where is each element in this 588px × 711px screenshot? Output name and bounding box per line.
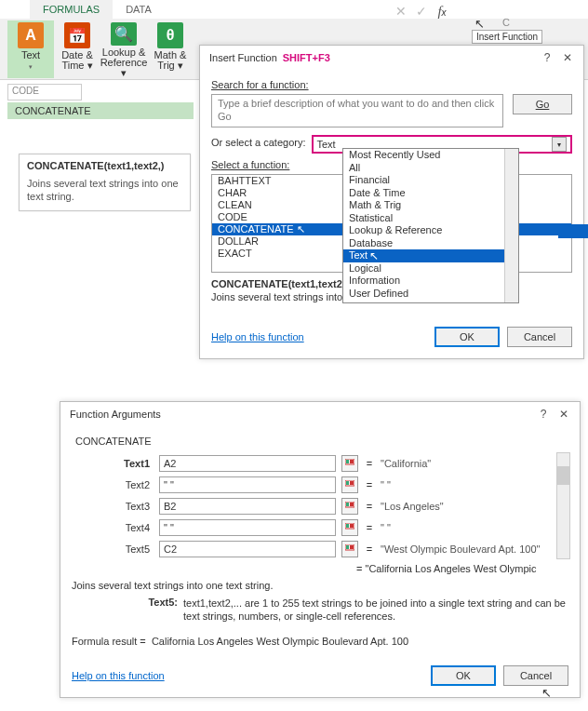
selection-bar	[558, 224, 588, 238]
range-picker-button[interactable]	[341, 498, 358, 515]
ribbon-date-sub: Time ▾	[61, 60, 92, 71]
argument-row: Text5="West Olympic Boulevard Apt. 100"	[72, 538, 568, 559]
category-item[interactable]: Information	[343, 275, 518, 288]
ribbon-text-label: Text	[21, 49, 40, 60]
arg-label: Text4	[72, 522, 154, 533]
ribbon-datetime-button[interactable]: 📅 Date &Time ▾	[54, 20, 100, 78]
ok-button[interactable]: OK	[431, 665, 496, 686]
cancel-button[interactable]: Cancel	[507, 327, 572, 347]
function-arguments-dialog: Function Arguments ? ✕ CONCATENATE Text1…	[60, 401, 581, 698]
range-picker-button[interactable]	[341, 476, 358, 493]
category-dropdown: Most Recently UsedAllFinancialDate & Tim…	[342, 148, 519, 303]
category-label: Or select a category:	[211, 137, 306, 148]
function-dropdown: CONCATENATE	[7, 102, 194, 119]
category-item[interactable]: Text↖	[343, 249, 518, 262]
name-box[interactable]: CODE	[7, 84, 82, 101]
range-picker-button[interactable]	[341, 519, 358, 536]
arg-input[interactable]	[159, 498, 336, 515]
category-item[interactable]: User Defined	[343, 288, 518, 301]
formula-bar: ✕ ✓ fx	[391, 0, 452, 22]
ribbon-lookup-button[interactable]: 🔍 Lookup &Reference ▾	[100, 20, 147, 78]
category-item[interactable]: Financial	[343, 174, 518, 187]
arg-label: Text3	[72, 501, 154, 512]
search-label: Search for a function:	[211, 79, 572, 90]
dialog-title: Function Arguments	[70, 409, 161, 420]
svg-rect-1	[346, 460, 349, 463]
arg-label: Text5	[72, 543, 154, 555]
category-item[interactable]: Lookup & Reference	[343, 224, 518, 237]
category-item[interactable]: Most Recently Used	[343, 149, 518, 162]
svg-rect-14	[350, 545, 354, 549]
arg-input[interactable]	[159, 519, 336, 536]
arg-result: "Los Angeles"	[381, 501, 444, 512]
insert-function-dialog: Insert Function SHIFT+F3 ? ✕ Search for …	[199, 45, 584, 359]
help-link[interactable]: Help on this function	[72, 670, 165, 681]
dropdown-item-concatenate[interactable]: CONCATENATE	[7, 102, 194, 119]
range-picker-button[interactable]	[341, 541, 358, 557]
svg-rect-13	[346, 545, 349, 549]
category-item[interactable]: Date & Time	[343, 187, 518, 200]
category-item[interactable]: Statistical	[343, 212, 518, 225]
go-button[interactable]: Go	[513, 94, 572, 114]
function-tooltip: CONCATENATE(text1,text2,) Joins several …	[19, 154, 191, 211]
help-icon[interactable]: ?	[537, 51, 557, 64]
argument-row: Text1="California"	[72, 452, 568, 474]
arg-input[interactable]	[159, 455, 336, 472]
ribbon-tabs: FORMULAS DATA	[0, 0, 588, 19]
function-description: Joins several text strings into one text…	[72, 580, 568, 591]
insert-function-tooltip: Insert Function	[472, 30, 542, 44]
help-icon[interactable]: ?	[533, 408, 554, 421]
svg-rect-10	[346, 524, 349, 528]
arg-label: Text2	[72, 479, 154, 490]
accept-formula-icon[interactable]: ✓	[411, 2, 432, 20]
category-value: Text	[317, 139, 336, 150]
function-tooltip-sig: CONCATENATE(text1,text2,)	[20, 154, 190, 177]
arg-result: "California"	[381, 458, 431, 469]
combined-result: "California Los Angeles West Olympic	[356, 563, 568, 574]
calendar-icon: 📅	[64, 22, 90, 48]
function-tooltip-desc: Joins several text strings into one text…	[20, 177, 190, 210]
cell-column-letter: C	[502, 17, 510, 28]
svg-rect-5	[350, 481, 354, 485]
help-link[interactable]: Help on this function	[211, 331, 304, 342]
arg-input[interactable]	[159, 476, 336, 493]
cancel-formula-icon[interactable]: ✕	[391, 2, 411, 20]
close-icon[interactable]: ✕	[557, 51, 578, 64]
lookup-icon: 🔍	[111, 22, 137, 46]
tab-data[interactable]: DATA	[113, 0, 165, 19]
equals-icon: =	[364, 543, 375, 555]
category-item[interactable]: Math & Trig	[343, 199, 518, 212]
ribbon-text-button[interactable]: A Text▾	[7, 20, 54, 78]
shortcut-label: SHIFT+F3	[283, 52, 330, 63]
cursor-icon: ↖	[541, 686, 552, 700]
chevron-down-icon: ▾	[552, 137, 567, 152]
ok-button[interactable]: OK	[434, 327, 500, 347]
tab-formulas[interactable]: FORMULAS	[30, 0, 113, 19]
category-item[interactable]: Logical	[343, 262, 518, 275]
svg-rect-4	[346, 481, 349, 485]
category-item[interactable]: Database	[343, 237, 518, 250]
arg-detail-label: Text5:	[72, 597, 183, 623]
range-picker-button[interactable]	[341, 455, 358, 472]
argument-row: Text4=" "	[72, 516, 568, 538]
close-icon[interactable]: ✕	[554, 408, 574, 421]
cursor-icon: ↖	[474, 17, 485, 31]
search-input[interactable]: Type a brief description of what you wan…	[211, 94, 503, 127]
arg-label: Text1	[72, 458, 154, 469]
argument-row: Text2=" "	[72, 474, 568, 495]
ribbon-math-button[interactable]: θ Math &Trig ▾	[147, 20, 194, 78]
svg-rect-11	[350, 524, 354, 528]
category-item[interactable]: All	[343, 162, 518, 175]
scrollbar[interactable]	[504, 149, 518, 302]
equals-icon: =	[364, 479, 375, 490]
theta-icon: θ	[157, 22, 183, 48]
arg-input[interactable]	[159, 541, 336, 557]
cancel-button[interactable]: Cancel	[503, 665, 568, 686]
scrollbar[interactable]	[556, 452, 570, 559]
equals-icon: =	[364, 458, 375, 469]
svg-rect-7	[346, 503, 349, 506]
arg-result: " "	[381, 479, 391, 490]
formula-result-label: Formula result =	[72, 636, 146, 647]
dialog-title: Insert Function	[209, 52, 277, 63]
insert-function-button[interactable]: fx	[432, 2, 452, 20]
